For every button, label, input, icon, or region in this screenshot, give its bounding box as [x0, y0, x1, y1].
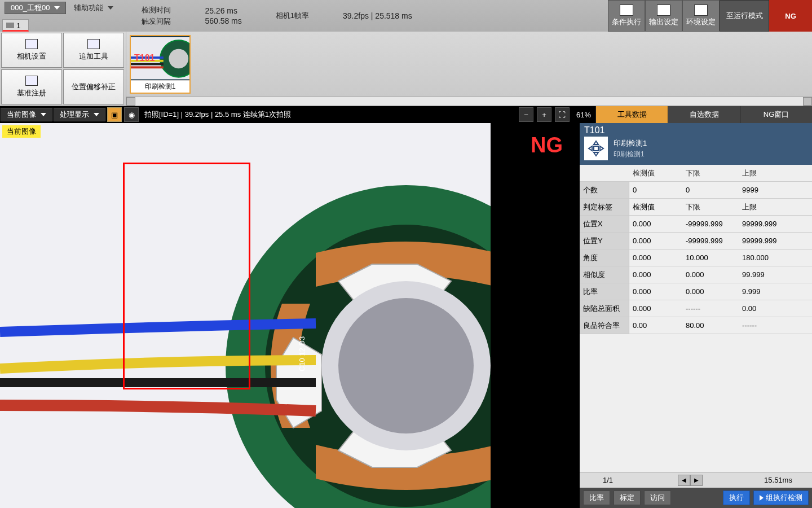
- image-source-dropdown[interactable]: 当前图像: [1, 108, 52, 121]
- row-value: 0.000: [629, 220, 682, 228]
- zoom-controls: − + ⛶ 61%: [518, 107, 595, 122]
- workspace-tab-1[interactable]: 1: [2, 19, 29, 32]
- ratio-button[interactable]: 比率: [583, 491, 610, 505]
- camera-icon: [25, 39, 38, 49]
- row-low: 10.000: [682, 253, 739, 262]
- tab-tool-label: 工具数据: [617, 110, 647, 120]
- zoom-in-button[interactable]: +: [537, 107, 551, 122]
- tab-tool-data[interactable]: 工具数据: [595, 106, 668, 123]
- viewer-result-badge: NG: [531, 133, 563, 157]
- next-button[interactable]: ▶: [690, 475, 703, 486]
- row-low: 0.000: [682, 287, 739, 296]
- col-low: 下限: [682, 168, 739, 178]
- output-settings-button[interactable]: 输出设定: [645, 0, 682, 32]
- table-row[interactable]: 判定标签 检测值 下限 上限: [580, 199, 812, 216]
- output-label: 输出设定: [649, 17, 678, 27]
- group-execute-label: 组执行检测: [766, 493, 802, 503]
- add-tool-label: 追加工具: [79, 51, 108, 62]
- tab-label: 1: [16, 21, 20, 30]
- roi-rectangle[interactable]: [123, 163, 250, 389]
- env-settings-button[interactable]: 环境设定: [682, 0, 720, 32]
- image-viewer[interactable]: 当前图像 NG: [0, 123, 580, 508]
- fps-metric: 相机1帧率: [276, 11, 309, 21]
- run-mode-button[interactable]: 至运行模式: [720, 0, 769, 32]
- row-high: ------: [739, 321, 795, 330]
- row-value: 0.00: [629, 321, 682, 330]
- tool-data-panel: T101 印刷检测1 印刷检测1 检测值 下限 上限 个数: [580, 123, 812, 508]
- row-low: 80.00: [682, 321, 739, 330]
- table-row[interactable]: 位置X 0.000 -99999.999 99999.999: [580, 216, 812, 233]
- scroll-left-icon[interactable]: [126, 97, 135, 106]
- execute-button[interactable]: 执行: [723, 491, 750, 505]
- tool-type-icon: [584, 137, 608, 160]
- header-tabrow: 1: [0, 16, 119, 32]
- table-row[interactable]: 位置Y 0.000 -99999.999 99999.999: [580, 233, 812, 249]
- row-label: 缺陷总面积: [580, 300, 629, 317]
- detect-time-label: 检测时间: [142, 5, 171, 15]
- fit-button[interactable]: ⛶: [555, 107, 570, 122]
- tab-custom-data[interactable]: 自选数据: [668, 106, 740, 123]
- fit-icon: ⛶: [558, 111, 566, 119]
- row-value: 0.000: [629, 304, 682, 313]
- row-high: 180.000: [739, 253, 795, 262]
- thumbnail-scrollbar[interactable]: [126, 97, 812, 106]
- page-count: 1/1: [580, 476, 636, 484]
- table-row[interactable]: 角度 0.000 10.000 180.000: [580, 249, 812, 266]
- overlay-toggle-button[interactable]: ▣: [107, 107, 122, 122]
- aux-dropdown[interactable]: 辅助功能: [68, 2, 119, 14]
- row-high: 99.999: [739, 270, 795, 279]
- row-label: 良品符合率: [580, 317, 629, 334]
- aux-label: 辅助功能: [74, 3, 103, 13]
- header-dropdowns: 000_工程00 辅助功能: [0, 0, 119, 16]
- project-dropdown[interactable]: 000_工程00: [5, 2, 66, 14]
- position-correction-label: 位置偏移补正: [72, 82, 116, 92]
- group-execute-button[interactable]: 组执行检测: [753, 491, 809, 505]
- scroll-right-icon[interactable]: [803, 97, 812, 106]
- position-correction-button[interactable]: 位置偏移补正: [63, 69, 124, 104]
- table-row[interactable]: 个数 0 0 9999: [580, 182, 812, 199]
- visit-button[interactable]: 访问: [644, 491, 671, 505]
- image-source-label: 当前图像: [7, 110, 36, 120]
- calibrate-button[interactable]: 标定: [614, 491, 641, 505]
- table-row[interactable]: 相似度 0.000 0.000 99.999: [580, 266, 812, 283]
- row-label: 相似度: [580, 266, 629, 283]
- table-row[interactable]: 比率 0.000 0.000 9.999: [580, 283, 812, 300]
- detect-time: 检测时间 触发间隔: [142, 5, 171, 27]
- result-text: NG: [785, 12, 796, 20]
- zoom-out-button[interactable]: −: [519, 107, 533, 122]
- row-value: 0.000: [629, 270, 682, 279]
- chevron-down-icon: [41, 113, 46, 116]
- chevron-down-icon: [94, 113, 99, 116]
- condition-label: 条件执行: [612, 17, 641, 27]
- display-mode-dropdown[interactable]: 处理显示: [54, 108, 105, 121]
- fps-value-col: 39.2fps | 25.518 ms: [343, 11, 412, 20]
- row-label: 位置X: [580, 216, 629, 232]
- row-high: 99999.999: [739, 237, 795, 245]
- pager-nav: ◀ ▶: [636, 475, 744, 486]
- add-tool-button[interactable]: 追加工具: [63, 33, 124, 68]
- row-value: 0.000: [629, 287, 682, 296]
- zoom-out-icon: −: [524, 111, 528, 119]
- tab-custom-label: 自选数据: [690, 110, 719, 120]
- toolbar: 相机设置 追加工具 基准注册 位置偏移补正 T101 印刷检测1: [0, 32, 812, 106]
- trigger-interval-value: 560.58 ms: [205, 16, 241, 25]
- ratio-label: 比率: [589, 493, 604, 503]
- main: 当前图像 NG: [0, 123, 812, 508]
- table-body: 个数 0 0 9999判定标签 检测值 下限 上限位置X 0.000 -9999…: [580, 182, 812, 334]
- row-low: 0: [682, 186, 739, 194]
- prev-button[interactable]: ◀: [678, 475, 690, 486]
- scroll-track[interactable]: [135, 97, 803, 106]
- tool-subtitle: 印刷检测1: [614, 150, 647, 159]
- table-row[interactable]: 缺陷总面积 0.000 ------ 0.00: [580, 300, 812, 317]
- reference-register-button[interactable]: 基准注册: [1, 69, 62, 104]
- condition-exec-button[interactable]: 条件执行: [608, 0, 645, 32]
- row-high: 上限: [739, 202, 795, 212]
- table-row[interactable]: 良品符合率 0.00 80.00 ------: [580, 317, 812, 334]
- calibrate-label: 标定: [620, 493, 634, 503]
- tool-header-text: 印刷检测1 印刷检测1: [614, 138, 647, 159]
- camera-settings-button[interactable]: 相机设置: [1, 33, 62, 68]
- capture-button[interactable]: ◉: [124, 107, 139, 122]
- tool-thumbnail-1[interactable]: T101 印刷检测1: [130, 35, 191, 94]
- tab-ng-window[interactable]: NG窗口: [740, 106, 812, 123]
- panel-pager: 1/1 ◀ ▶ 15.51ms: [580, 472, 812, 488]
